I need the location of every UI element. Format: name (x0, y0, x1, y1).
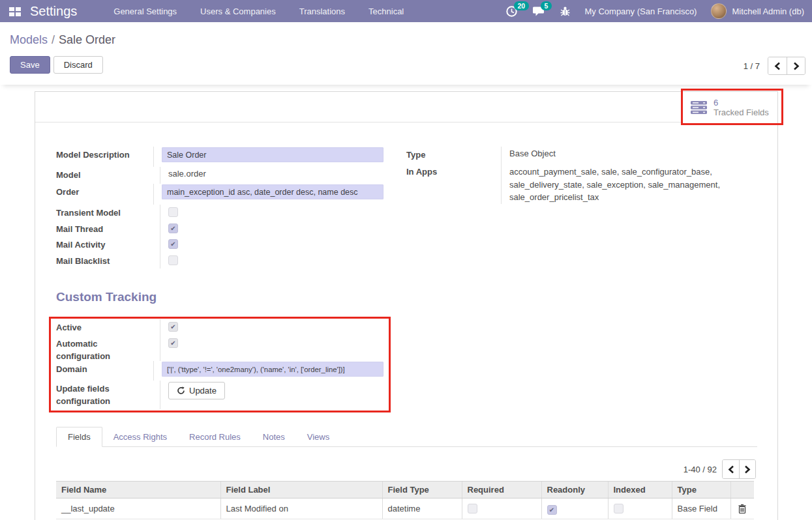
model-description-input[interactable] (162, 147, 383, 162)
tab-record-rules[interactable]: Record Rules (178, 427, 252, 446)
user-name: Mitchell Admin (db) (732, 7, 804, 16)
fields-table: Field Name Field Label Field Type Requir… (56, 481, 754, 519)
model-row: Model sale.order (56, 167, 383, 184)
pager-next-button[interactable] (787, 57, 805, 74)
debug-menu[interactable] (560, 6, 571, 17)
model-label: Model (56, 167, 160, 184)
domain-label: Domain (56, 361, 154, 381)
tab-access-rights[interactable]: Access Rights (102, 427, 178, 446)
user-avatar (711, 3, 727, 19)
type-label: Type (406, 147, 502, 164)
apps-grid-icon (8, 7, 22, 16)
column-header-required[interactable]: Required (462, 482, 541, 498)
active-row: Active ✔ (56, 319, 383, 336)
column-header-indexed[interactable]: Indexed (608, 482, 672, 498)
type-row: Type Base Object (406, 147, 757, 164)
table-row[interactable]: __last_update Last Modified on datetime … (56, 498, 754, 519)
order-row: Order (56, 184, 383, 205)
column-header-field-name[interactable]: Field Name (56, 482, 220, 498)
chevron-left-icon (774, 62, 781, 70)
active-checkbox[interactable]: ✔ (168, 322, 178, 332)
tab-views[interactable]: Views (296, 427, 340, 446)
cell-readonly: ✔ (541, 498, 608, 519)
model-description-row: Model Description (56, 147, 383, 167)
discard-button[interactable]: Discard (53, 56, 103, 74)
apps-menu-button[interactable] (0, 0, 30, 22)
fields-pager-next-button[interactable] (739, 460, 755, 478)
column-header-field-type[interactable]: Field Type (382, 482, 462, 498)
mail-thread-row: Mail Thread ✔ (56, 221, 383, 237)
activity-count-badge: 20 (514, 1, 530, 10)
model-value: sale.order (160, 167, 383, 184)
fields-table-header-row: Field Name Field Label Field Type Requir… (56, 482, 754, 498)
save-button[interactable]: Save (10, 56, 50, 74)
tracked-fields-count: 6 (714, 98, 769, 108)
model-main-group-left: Model Description Model sale.order Order… (56, 147, 383, 268)
top-navbar: Settings General Settings Users & Compan… (0, 0, 812, 22)
column-header-type[interactable]: Type (672, 482, 730, 498)
record-pager-value[interactable]: 1 / 7 (744, 61, 760, 71)
column-header-readonly[interactable]: Readonly (541, 482, 608, 498)
check-icon: ✔ (169, 323, 177, 332)
fields-list-pager-buttons (722, 459, 756, 479)
tracked-fields-stat-button[interactable]: 6 Tracked Fields (682, 92, 777, 123)
main-menu: General Settings Users & Companies Trans… (113, 7, 404, 16)
column-header-field-label[interactable]: Field Label (220, 482, 382, 498)
activities-menu[interactable]: 20 (505, 5, 518, 18)
cell-type: Base Field (672, 498, 730, 519)
mail-activity-checkbox[interactable]: ✔ (168, 239, 178, 249)
column-header-actions (730, 482, 754, 498)
transient-model-checkbox[interactable]: ✔ (168, 207, 178, 217)
tab-notes[interactable]: Notes (252, 427, 296, 446)
order-label: Order (56, 184, 154, 205)
automatic-configuration-row: Automatic configuration ✔ (56, 336, 383, 361)
mail-blacklist-checkbox[interactable]: ✔ (168, 255, 178, 265)
indexed-checkbox[interactable]: ✔ (614, 504, 624, 513)
mail-thread-checkbox[interactable]: ✔ (168, 224, 178, 233)
message-count-badge: 5 (541, 1, 552, 10)
stat-button-text: 6 Tracked Fields (714, 98, 769, 117)
menu-users-companies[interactable]: Users & Companies (200, 7, 276, 16)
domain-row: Domain (56, 361, 383, 381)
systray: 20 5 (505, 3, 812, 19)
pager-previous-button[interactable] (768, 57, 787, 74)
tracked-fields-list-icon (690, 100, 708, 115)
fields-pager-previous-button[interactable] (723, 460, 739, 478)
order-input[interactable] (162, 184, 383, 199)
menu-translations[interactable]: Translations (299, 7, 345, 16)
fields-list-pager: 1-40 / 92 (684, 459, 756, 479)
domain-input[interactable] (162, 362, 383, 377)
user-menu[interactable]: Mitchell Admin (db) (711, 3, 804, 19)
form-sheet: 6 Tracked Fields Model Description Model… (35, 91, 778, 520)
update-fields-label: Update fields configuration (56, 381, 160, 409)
tab-fields[interactable]: Fields (56, 427, 102, 447)
cell-actions (730, 498, 754, 519)
tracked-fields-label: Tracked Fields (714, 108, 769, 117)
app-title[interactable]: Settings (30, 4, 77, 19)
company-name: My Company (San Francisco) (585, 7, 697, 16)
form-action-buttons: Save Discard (10, 56, 103, 74)
model-main-group-right: Type Base Object In Apps account_payment… (406, 147, 757, 204)
notebook-tabs: Fields Access Rights Record Rules Notes … (56, 427, 757, 447)
update-fields-row: Update fields configuration Update (56, 381, 383, 409)
automatic-configuration-label: Automatic configuration (56, 336, 160, 361)
readonly-checkbox[interactable]: ✔ (547, 505, 557, 515)
breadcrumb-models-link[interactable]: Models (10, 33, 48, 46)
delete-row-button[interactable] (736, 504, 749, 513)
breadcrumb-current: Sale Order (59, 33, 115, 46)
type-value: Base Object (502, 147, 757, 164)
fields-list-pager-value[interactable]: 1-40 / 92 (684, 465, 717, 474)
automatic-configuration-checkbox[interactable]: ✔ (168, 338, 178, 348)
update-button[interactable]: Update (168, 382, 225, 399)
required-checkbox[interactable]: ✔ (468, 504, 477, 513)
menu-general-settings[interactable]: General Settings (113, 7, 177, 16)
in-apps-row: In Apps account_payment_sale, sale, sale… (406, 164, 757, 204)
cell-required: ✔ (462, 498, 541, 519)
messages-menu[interactable]: 5 (532, 5, 545, 17)
custom-tracking-group: Active ✔ Automatic configuration ✔ Domai… (56, 319, 383, 409)
menu-technical[interactable]: Technical (368, 7, 404, 16)
company-menu[interactable]: My Company (San Francisco) (585, 7, 697, 16)
mail-blacklist-label: Mail Blacklist (56, 253, 160, 269)
mail-thread-label: Mail Thread (56, 221, 160, 237)
mail-activity-label: Mail Activity (56, 237, 160, 253)
